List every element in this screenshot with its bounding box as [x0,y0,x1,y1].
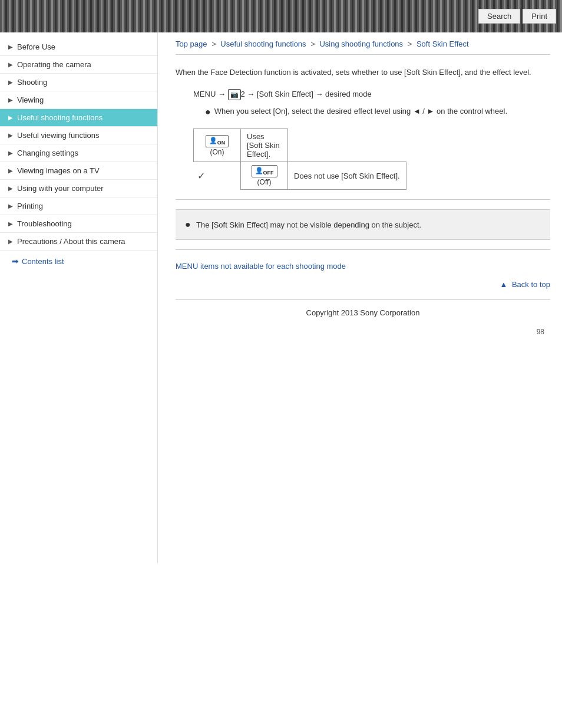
sidebar-item-troubleshooting[interactable]: ▶ Troubleshooting [0,215,157,233]
print-button[interactable]: Print [523,9,556,24]
note-text: The [Soft Skin Effect] may not be visibl… [196,220,421,229]
layout: ▶ Before Use ▶ Operating the camera ▶ Sh… [0,32,562,563]
arrow-icon: ▶ [8,185,13,192]
sidebar-item-viewing-tv[interactable]: ▶ Viewing images on a TV [0,162,157,180]
header: Search Print [0,0,562,32]
sidebar-item-viewing[interactable]: ▶ Viewing [0,91,157,109]
footer: Copyright 2013 Sony Corporation [176,299,550,325]
breadcrumb-using[interactable]: Using shooting functions [319,39,403,48]
table-icon-on: 👤ON (On) [194,129,241,162]
sidebar-item-printing[interactable]: ▶ Printing [0,197,157,215]
arrow-icon: ▶ [8,97,13,103]
checkmark-icon: ✓ [197,171,205,181]
sidebar-item-useful-viewing[interactable]: ▶ Useful viewing functions [0,127,157,144]
sidebar-label: Useful viewing functions [17,131,99,140]
back-to-top-link[interactable]: ▲ Back to top [500,280,550,289]
breadcrumb-current: Soft Skin Effect [416,39,469,48]
sidebar-item-useful-shooting[interactable]: ▶ Useful shooting functions [0,109,157,127]
sidebar-label: Precautions / About this camera [17,237,125,246]
note-box: ● The [Soft Skin Effect] may not be visi… [176,209,550,240]
arrow-icon: ▶ [8,220,13,227]
arrow-icon: ▶ [8,132,13,139]
contents-list-label: Contents list [22,257,64,266]
arrow-icon: ▶ [8,150,13,156]
breadcrumb: Top page > Useful shooting functions > U… [176,32,550,55]
back-to-top: ▲ Back to top [176,275,550,294]
page-number: 98 [176,325,550,338]
breadcrumb-top[interactable]: Top page [176,39,207,48]
arrow-icon: ▶ [8,44,13,50]
back-to-top-label: Back to top [512,280,550,289]
table-row-on: 👤ON (On) Uses [Soft Skin Effect]. [194,129,406,162]
contents-list-link[interactable]: ➡ Contents list [0,251,157,272]
arrow-icon: ▶ [8,203,13,209]
sidebar-label: Changing settings [17,149,78,157]
bullet-note-text: When you select [On], select the desired… [214,106,507,118]
arrow-icon: ▶ [8,238,13,245]
description-text: When the Face Detection function is acti… [176,67,550,79]
sidebar-label: Operating the camera [17,60,91,69]
sidebar-label: Before Use [17,42,55,51]
menu-instruction-text: MENU → 📷2 → [Soft Skin Effect] → desired… [193,90,372,98]
breadcrumb-sep3: > [408,39,414,48]
breadcrumb-useful[interactable]: Useful shooting functions [220,39,306,48]
sidebar-label: Printing [17,202,43,210]
arrow-icon: ▶ [8,167,13,174]
effect-table: 👤ON (On) Uses [Soft Skin Effect]. ✓ 👤OFF… [193,129,406,190]
table-desc-off: Does not use [Soft Skin Effect]. [288,162,406,190]
breadcrumb-sep1: > [211,39,218,48]
contents-list-arrow-icon: ➡ [12,256,19,266]
menu-link[interactable]: MENU items not available for each shooti… [176,262,346,271]
sidebar-label: Useful shooting functions [17,113,103,122]
sidebar-item-precautions[interactable]: ▶ Precautions / About this camera [0,233,157,251]
triangle-icon: ▲ [500,280,507,289]
sidebar-label: Using with your computer [17,184,104,193]
table-icon-off: 👤OFF (Off) [241,162,288,190]
sidebar-item-operating[interactable]: ▶ Operating the camera [0,56,157,74]
arrow-icon: ▶ [8,79,13,85]
arrow-icon: ▶ [8,61,13,68]
table-desc-on: Uses [Soft Skin Effect]. [241,129,288,162]
breadcrumb-sep2: > [310,39,317,48]
note-bullet-icon: ● [185,219,191,229]
separator-1 [176,199,550,200]
header-buttons: Search Print [478,9,556,24]
arrow-icon: ▶ [8,114,13,121]
sidebar-label: Shooting [17,78,47,87]
main-content: Top page > Useful shooting functions > U… [158,32,562,563]
sidebar: ▶ Before Use ▶ Operating the camera ▶ Sh… [0,32,158,563]
sidebar-label: Viewing [17,95,44,104]
sidebar-item-using-computer[interactable]: ▶ Using with your computer [0,180,157,197]
sidebar-label: Viewing images on a TV [17,166,100,175]
bullet-dot-icon: ● [205,104,211,120]
search-button[interactable]: Search [478,9,520,24]
menu-instruction: MENU → 📷2 → [Soft Skin Effect] → desired… [193,88,550,119]
sidebar-label: Troubleshooting [17,219,72,228]
separator-2 [176,249,550,250]
sidebar-item-changing-settings[interactable]: ▶ Changing settings [0,144,157,162]
bullet-note: ● When you select [On], select the desir… [205,104,550,120]
sidebar-item-shooting[interactable]: ▶ Shooting [0,74,157,91]
sidebar-item-before-use[interactable]: ▶ Before Use [0,38,157,56]
table-row-off: ✓ 👤OFF (Off) Does not use [Soft Skin Eff… [194,162,406,190]
copyright-text: Copyright 2013 Sony Corporation [306,308,420,317]
